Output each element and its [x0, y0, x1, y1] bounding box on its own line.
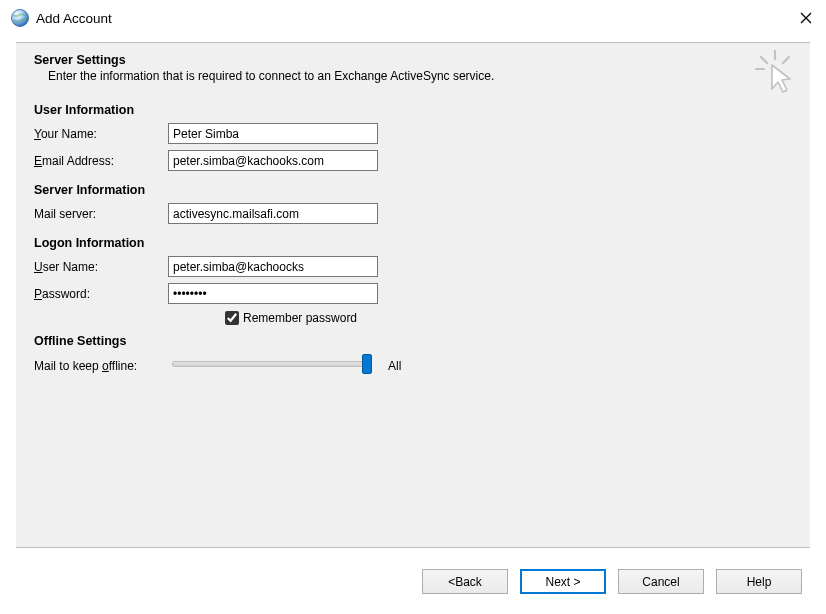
row-password: Password:: [34, 283, 792, 304]
row-user-name: User Name:: [34, 256, 792, 277]
row-mail-server: Mail server:: [34, 203, 792, 224]
user-name-label: User Name:: [34, 260, 168, 274]
slider-track: [172, 361, 372, 367]
section-user-info-heading: User Information: [34, 103, 792, 117]
add-account-window: Add Account Server Settings Enter the in…: [0, 0, 826, 614]
email-input[interactable]: [168, 150, 378, 171]
slider-thumb[interactable]: [362, 354, 372, 374]
svg-point-0: [12, 10, 29, 27]
mail-server-input[interactable]: [168, 203, 378, 224]
your-name-label: Your Name:: [34, 127, 168, 141]
globe-icon: [10, 8, 30, 28]
title-bar: Add Account: [0, 0, 826, 36]
section-logon-info-heading: Logon Information: [34, 236, 792, 250]
remember-password-checkbox[interactable]: [225, 311, 239, 325]
header-subtitle: Enter the information that is required t…: [48, 69, 792, 83]
mail-server-label: Mail server:: [34, 207, 168, 221]
window-title: Add Account: [36, 11, 112, 26]
offline-slider-label: Mail to keep offline:: [34, 359, 168, 373]
section-server-info-heading: Server Information: [34, 183, 792, 197]
email-label: Email Address:: [34, 154, 168, 168]
offline-slider[interactable]: [172, 354, 372, 378]
svg-line-4: [761, 57, 767, 63]
user-name-input[interactable]: [168, 256, 378, 277]
help-button[interactable]: Help: [716, 569, 802, 594]
svg-line-5: [783, 57, 789, 63]
close-button[interactable]: [796, 8, 816, 28]
button-bar: < Back Next > Cancel Help: [422, 569, 802, 594]
remember-password-label: Remember password: [243, 311, 357, 325]
close-icon: [800, 12, 812, 24]
row-remember-password: Remember password: [224, 310, 792, 326]
password-label: Password:: [34, 287, 168, 301]
row-offline-slider: Mail to keep offline: All: [34, 354, 792, 378]
password-input[interactable]: [168, 283, 378, 304]
content-panel: Server Settings Enter the information th…: [16, 42, 810, 548]
header-title: Server Settings: [34, 53, 792, 67]
cursor-click-icon: [752, 49, 798, 95]
offline-slider-value: All: [388, 359, 401, 373]
next-button[interactable]: Next >: [520, 569, 606, 594]
row-email: Email Address:: [34, 150, 792, 171]
row-your-name: Your Name:: [34, 123, 792, 144]
cancel-button[interactable]: Cancel: [618, 569, 704, 594]
section-offline-heading: Offline Settings: [34, 334, 792, 348]
back-button[interactable]: < Back: [422, 569, 508, 594]
your-name-input[interactable]: [168, 123, 378, 144]
